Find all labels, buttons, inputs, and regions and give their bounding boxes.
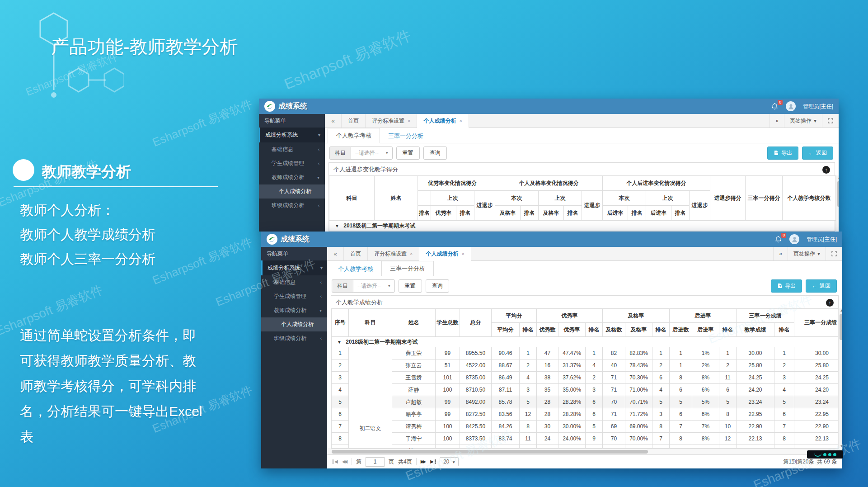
table-cell: 4 bbox=[586, 359, 603, 372]
horizontal-scrollbar[interactable]: ▸ bbox=[327, 449, 842, 454]
query-button[interactable]: 查询 bbox=[426, 279, 449, 293]
query-button[interactable]: 查询 bbox=[423, 147, 447, 160]
reset-button[interactable]: 重置 bbox=[396, 147, 420, 160]
table-cell: 22.90 bbox=[737, 421, 774, 433]
table-row[interactable]: 6籍亭亭998272.5083.56122828.28%67171.72%366… bbox=[332, 408, 838, 421]
avatar[interactable] bbox=[789, 234, 799, 244]
tab-personal-analysis[interactable]: 个人成绩分析 × bbox=[417, 114, 469, 128]
prev-page-icon[interactable]: ◀◀ bbox=[342, 459, 347, 464]
tab-personal-analysis[interactable]: 个人成绩分析 × bbox=[419, 247, 471, 261]
col-rank: 排名 bbox=[774, 323, 794, 337]
avatar[interactable] bbox=[786, 101, 796, 111]
sidebar-item-teacher-analysis[interactable]: 教师成绩分析 ▾ bbox=[259, 170, 325, 184]
tab-home[interactable]: 首页 bbox=[342, 114, 366, 128]
sidebar-item-basic-info[interactable]: 基础信息 ‹ bbox=[261, 275, 327, 289]
sidebar-item-student-scores[interactable]: 学生成绩管理 ‹ bbox=[261, 289, 327, 303]
back-button[interactable]: ← 返回 bbox=[806, 279, 837, 293]
close-icon[interactable]: × bbox=[459, 118, 462, 123]
table-cell: 2 bbox=[719, 359, 737, 372]
vertical-scrollbar[interactable]: ▲ ▼ bbox=[838, 308, 842, 448]
scrollbar-thumb[interactable] bbox=[837, 181, 839, 207]
current-user[interactable]: 管理员[主任] bbox=[807, 236, 837, 243]
current-user[interactable]: 管理员[主任] bbox=[803, 103, 833, 110]
chevron-down-icon: ▾ bbox=[318, 132, 320, 137]
sidebar-item-teacher-analysis[interactable]: 教师成绩分析 ▾ bbox=[261, 303, 327, 317]
table-cell: 8 bbox=[520, 421, 537, 433]
scroll-down-icon[interactable]: ▼ bbox=[840, 444, 842, 448]
collapse-up-icon[interactable]: ↑ bbox=[826, 299, 834, 307]
last-page-icon[interactable]: ▶ bbox=[430, 459, 436, 464]
tab-operations-menu[interactable]: 页签操作 ▾ bbox=[788, 247, 826, 260]
table-row[interactable]: 1初二语文薛玉荣998955.5090.4614747.47%18282.83%… bbox=[332, 347, 838, 359]
subject-select[interactable]: --请选择-- ▾ bbox=[353, 279, 395, 293]
tab-three-rate-analysis[interactable]: 三率一分分析 bbox=[380, 129, 432, 143]
sidebar-item-basic-info[interactable]: 基础信息 ‹ bbox=[259, 142, 325, 156]
caret-down-icon: ▾ bbox=[814, 118, 816, 124]
sidebar-item-analysis-system[interactable]: 成绩分析系统 ▾ bbox=[261, 260, 327, 275]
tab-three-rate-analysis[interactable]: 三率一分分析 bbox=[381, 261, 434, 276]
notification-bell-icon[interactable]: 0 bbox=[775, 236, 782, 243]
table-row[interactable]: 5卢超敏998492.0085.7852828.28%67070.71%555%… bbox=[332, 396, 838, 408]
chevron-left-icon: ‹ bbox=[320, 280, 322, 285]
tabs-scroll-right-icon[interactable]: » bbox=[769, 114, 784, 128]
tab-personal-teaching-assessment[interactable]: 个人教学考核 bbox=[328, 128, 380, 143]
table-cell: 5 bbox=[332, 396, 349, 408]
tab-home[interactable]: 首页 bbox=[344, 247, 368, 260]
fullscreen-icon[interactable] bbox=[826, 247, 842, 260]
sidebar-item-class-analysis[interactable]: 班级成绩分析 ‹ bbox=[261, 331, 327, 345]
table-row[interactable]: 2张立云514522.0088.6721631.37%44078.43%212%… bbox=[332, 359, 838, 372]
table-cell: 71.00% bbox=[625, 384, 652, 396]
tabs-scroll-left-icon[interactable]: « bbox=[325, 114, 342, 128]
tab-operations-menu[interactable]: 页签操作 ▾ bbox=[784, 114, 822, 128]
sidebar-item-student-scores[interactable]: 学生成绩管理 ‹ bbox=[259, 156, 325, 170]
table-row[interactable]: 4薛静1008710.5087.1133535.00%37171.00%466%… bbox=[332, 384, 838, 396]
table-cell: 8735.00 bbox=[460, 372, 492, 384]
sidebar-item-analysis-system[interactable]: 成绩分析系统 ▾ bbox=[259, 128, 325, 142]
close-icon[interactable]: × bbox=[461, 251, 464, 256]
table-cell: 25.80 bbox=[737, 359, 774, 372]
sidebar-item-personal-analysis[interactable]: 个人成绩分析 bbox=[261, 317, 327, 331]
table-cell: 4 bbox=[520, 372, 537, 384]
close-icon[interactable]: × bbox=[410, 251, 413, 256]
col-behind-rate: 后进率 bbox=[603, 206, 628, 221]
page-size-select[interactable]: 20 ▾ bbox=[440, 457, 459, 466]
notification-bell-icon[interactable]: 0 bbox=[771, 103, 779, 110]
scroll-up-icon[interactable]: ▲ bbox=[838, 175, 839, 180]
page-number-input[interactable] bbox=[366, 457, 385, 467]
table-cell: 7 bbox=[332, 421, 349, 433]
notification-badge: 0 bbox=[781, 233, 786, 238]
tab-personal-teaching-assessment[interactable]: 个人教学考核 bbox=[330, 262, 381, 276]
table-cell: 35 bbox=[537, 384, 558, 396]
collapse-up-icon[interactable]: ↑ bbox=[822, 166, 830, 174]
sidebar-item-personal-analysis[interactable]: 个人成绩分析 bbox=[259, 184, 325, 199]
group-excellent: 优秀率 bbox=[537, 309, 603, 323]
tab-scoring-standard[interactable]: 评分标准设置 × bbox=[368, 247, 419, 260]
exam-group-row[interactable]: ▼ 2018级初二第一学期期末考试 bbox=[329, 221, 836, 231]
subject-select[interactable]: --请选择-- ▾ bbox=[351, 147, 393, 160]
swoosh-shape bbox=[814, 453, 821, 457]
tabs-scroll-left-icon[interactable]: « bbox=[327, 247, 344, 260]
back-button[interactable]: ← 返回 bbox=[802, 147, 833, 160]
reset-button[interactable]: 重置 bbox=[399, 279, 422, 293]
tab-scoring-standard[interactable]: 评分标准设置 × bbox=[366, 114, 417, 128]
next-page-icon[interactable]: ▶▶ bbox=[421, 459, 426, 464]
tabs-scroll-right-icon[interactable]: » bbox=[773, 247, 788, 260]
table-row[interactable]: 7谭秀梅1008425.5084.2683030.00%56969.00%877… bbox=[332, 421, 838, 433]
scrollbar-thumb[interactable] bbox=[332, 450, 648, 454]
scrollbar-thumb[interactable] bbox=[840, 314, 842, 340]
sidebar-item-class-analysis[interactable]: 班级成绩分析 ‹ bbox=[259, 199, 325, 213]
first-page-icon[interactable]: ◀ bbox=[333, 459, 338, 464]
table-cell: 5 bbox=[520, 396, 537, 408]
vertical-scrollbar[interactable]: ▲ bbox=[836, 175, 839, 231]
table-row[interactable]: 3王雪娇1018735.0086.4943837.62%27170.30%688… bbox=[332, 372, 838, 384]
export-button[interactable]: 导出 bbox=[771, 279, 802, 293]
table-row[interactable]: 8于海宁1008373.5083.74112424.00%97070.00%78… bbox=[332, 433, 838, 445]
exam-group-row[interactable]: ▼ 2018级初二第一学期期末考试 bbox=[332, 337, 838, 347]
scroll-up-icon[interactable]: ▲ bbox=[840, 308, 842, 312]
export-button[interactable]: 导出 bbox=[767, 147, 798, 160]
tab-operations-label: 页签操作 bbox=[793, 250, 815, 258]
close-icon[interactable]: × bbox=[408, 118, 410, 123]
tab-label: 首页 bbox=[350, 250, 361, 258]
fullscreen-icon[interactable] bbox=[822, 114, 839, 128]
table-cell: 7 bbox=[670, 421, 692, 433]
